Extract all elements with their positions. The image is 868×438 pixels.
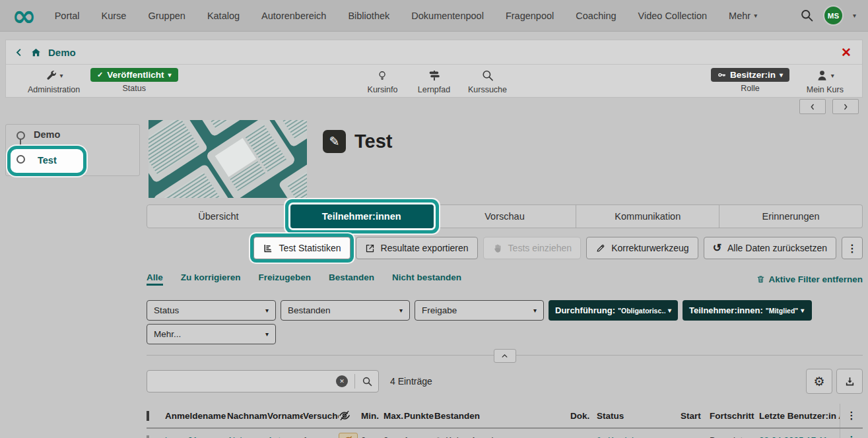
nav-item-katalog[interactable]: Katalog (207, 11, 240, 21)
column-punkte[interactable]: Punkte (404, 411, 434, 421)
column-fortschritt[interactable]: Fortschritt (710, 411, 759, 421)
filter-teilnehmer-label: Teilnehmer:innen: (689, 305, 763, 315)
column-vorname[interactable]: Vorname (267, 411, 303, 421)
column-anmeldename[interactable]: Anmeldename▲ (165, 411, 227, 421)
nav-item-portal[interactable]: Portal (55, 11, 80, 21)
nav-item-coaching[interactable]: Coaching (576, 11, 616, 21)
back-icon[interactable] (14, 47, 24, 57)
filter-teilnehmer-value: "Mitglied" (766, 307, 799, 315)
alle-daten-zuruecksetzen-label: Alle Daten zurücksetzen (727, 243, 827, 253)
resultate-exportieren-button[interactable]: Resultate exportieren (356, 237, 478, 259)
filter-tab-nicht-bestanden[interactable]: Nicht bestanden (392, 272, 461, 286)
column-hidden-eye-slash-icon[interactable] (339, 410, 361, 422)
clear-active-filters-label: Aktive Filter entfernen (768, 274, 863, 284)
clear-active-filters-link[interactable]: Aktive Filter entfernen (756, 274, 863, 284)
tab-teilnehmerinnen[interactable]: Teilnehmer:innen (290, 204, 434, 228)
role-owner-badge[interactable]: Besitzer:in ▾ (711, 68, 789, 82)
cell-anmeldename[interactable]: lerner01 (165, 435, 227, 438)
filter-pill-durchfuehrung[interactable]: Durchführung: "Obligatorisc… ▾ (549, 300, 678, 321)
marker-pen-icon (595, 243, 605, 253)
tab-vorschau[interactable]: Vorschau (434, 204, 577, 228)
column-versuche[interactable]: Versuche (303, 411, 339, 421)
column-bestanden[interactable]: Bestanden (434, 411, 570, 421)
clear-search-icon[interactable]: ✕ (336, 375, 348, 387)
nav-item-autorenbereich[interactable]: Autorenbereich (261, 11, 326, 21)
row-hidden-eye-slash-icon[interactable] (339, 433, 358, 438)
column-letzte-benutzerin[interactable]: Letzte Benutzer:in A (759, 411, 840, 421)
cell-letzte-benutzerin[interactable]: 28.04.2025 17:11 (759, 435, 840, 438)
status-published-badge[interactable]: ✓ Veröffentlicht ▾ (90, 68, 178, 82)
alle-daten-zuruecksetzen-button[interactable]: ↺ Alle Daten zurücksetzen (704, 237, 836, 259)
filter-tab-zu-korrigieren[interactable]: Zu korrigieren (181, 272, 241, 286)
cell-vorname[interactable]: Anton (267, 435, 303, 438)
lernpfad-button[interactable]: Lernpfad (418, 68, 450, 94)
column-options-kebab[interactable]: ⋮ (840, 404, 863, 427)
nav-item-mehr[interactable]: Mehr ▾ (729, 11, 757, 21)
breadcrumb-course-title[interactable]: Demo (48, 47, 76, 58)
column-start[interactable]: Start (681, 411, 710, 421)
search-icon[interactable] (800, 9, 814, 22)
cell-punkte: 1 (404, 435, 434, 438)
nav-item-video-collection[interactable]: Video Collection (638, 11, 708, 21)
collapse-filters-button[interactable] (494, 349, 516, 363)
search-icon[interactable] (362, 376, 373, 387)
openolat-logo-icon[interactable]: ∞ (12, 5, 35, 27)
pencil-icon: ✎ (597, 435, 604, 438)
korrekturwerkzeug-button[interactable]: Korrekturwerkzeug (586, 237, 698, 259)
pager-next-button[interactable] (832, 99, 859, 114)
user-avatar[interactable]: MS (823, 5, 844, 26)
nav-item-kurse[interactable]: Kurse (102, 11, 127, 21)
course-tree-panel: Demo Test (5, 124, 140, 176)
cell-status-korrigieren[interactable]: ✎ Korrigieren (597, 435, 681, 438)
resultate-exportieren-label: Resultate exportieren (381, 243, 469, 253)
trash-icon (756, 274, 765, 284)
lightbulb-icon (376, 69, 388, 82)
filter-tab-bestanden[interactable]: Bestanden (329, 272, 374, 286)
select-all-checkbox[interactable] (147, 411, 149, 421)
kursinfo-button[interactable]: Kursinfo (368, 68, 398, 94)
table-search-box: ✕ (147, 370, 379, 392)
role-menu[interactable]: Besitzer:in ▾ Rolle (711, 68, 789, 93)
person-icon (816, 69, 828, 82)
filter-tab-alle[interactable]: Alle (147, 272, 163, 286)
nav-item-dokumentenpool[interactable]: Dokumentenpool (411, 11, 484, 21)
column-dok[interactable]: Dok. (570, 411, 597, 421)
nav-item-gruppen[interactable]: Gruppen (148, 11, 185, 21)
table-row: lerner01 Alpha Anton 1 0 2 1 ◉ Keine Ang… (147, 429, 863, 438)
tests-einziehen-button[interactable]: Tests einziehen (483, 237, 582, 259)
administration-menu[interactable]: ▾ Administration (28, 68, 80, 94)
search-input[interactable] (147, 371, 336, 392)
kurssuche-button[interactable]: Kurssuche (468, 68, 507, 94)
table-download-button[interactable] (836, 369, 863, 394)
filter-tab-freizugeben[interactable]: Freizugeben (259, 272, 312, 286)
nav-item-bibliothek[interactable]: Bibliothek (348, 11, 389, 21)
filter-dropdown-status[interactable]: Status ▾ (147, 300, 276, 321)
filter-dropdown-mehr[interactable]: Mehr... ▾ (147, 324, 276, 344)
more-actions-kebab-button[interactable]: ⋮ (842, 237, 863, 259)
nav-item-fragenpool[interactable]: Fragenpool (506, 11, 554, 21)
status-value: Veröffentlicht (107, 70, 164, 80)
column-min[interactable]: Min. (361, 411, 384, 421)
mein-kurs-menu[interactable]: ▾ Mein Kurs (807, 68, 844, 94)
cell-nachname[interactable]: Alpha (227, 435, 267, 438)
table-settings-button[interactable]: ⚙ (806, 369, 832, 394)
pager-previous-button[interactable] (799, 99, 826, 114)
tab-uebersicht[interactable]: Übersicht (147, 204, 290, 228)
row-checkbox[interactable] (147, 435, 149, 438)
column-status[interactable]: Status (597, 411, 681, 421)
close-icon[interactable]: ✕ (838, 45, 854, 60)
avatar-chevron-down-icon[interactable]: ▾ (853, 12, 856, 19)
status-menu[interactable]: ✓ Veröffentlicht ▾ Status (90, 68, 178, 93)
column-max[interactable]: Max. (384, 411, 404, 421)
tab-erinnerungen[interactable]: Erinnerungen (719, 204, 863, 228)
home-icon[interactable] (30, 47, 42, 58)
tab-kommunikation[interactable]: Kommunikation (576, 204, 719, 228)
filter-pill-teilnehmerinnen[interactable]: Teilnehmer:innen: "Mitglied" ▾ (683, 300, 812, 321)
filter-dropdown-bestanden[interactable]: Bestanden ▾ (281, 300, 410, 321)
filter-dropdown-freigabe[interactable]: Freigabe ▾ (415, 300, 544, 321)
tree-node-demo[interactable]: Demo (34, 129, 60, 140)
test-statistiken-button[interactable]: Test Statistiken (253, 237, 350, 259)
row-options-kebab[interactable]: ⋮ (840, 429, 863, 438)
column-nachname[interactable]: Nachname (227, 411, 267, 421)
tree-node-test[interactable]: Test (38, 155, 57, 166)
